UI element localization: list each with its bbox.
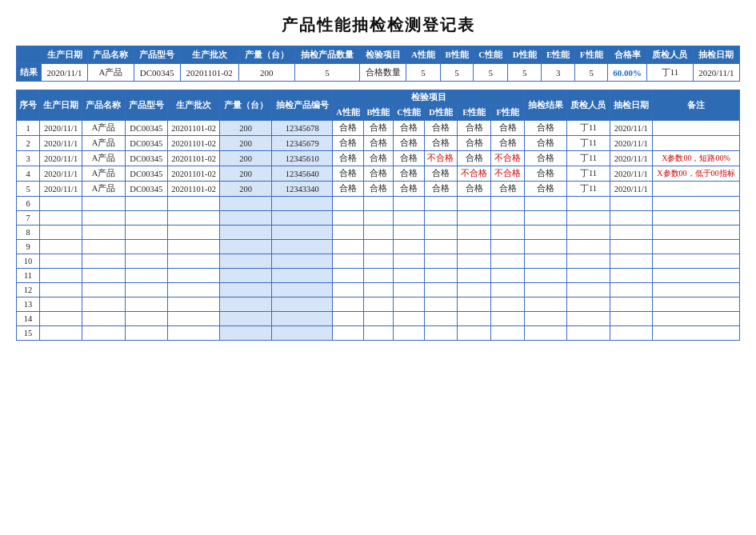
cell-A: 合格 xyxy=(333,136,363,151)
cell-seq: 8 xyxy=(17,226,40,240)
cell-inspector: 丁11 xyxy=(567,151,610,166)
cell-empty xyxy=(652,197,739,211)
cell-empty xyxy=(272,226,333,240)
cell-empty xyxy=(82,283,125,297)
cell-result: 合格 xyxy=(525,182,567,197)
main-col-E: E性能 xyxy=(458,106,491,121)
cell-empty xyxy=(220,312,272,326)
cell-D: 合格 xyxy=(424,121,458,136)
cell-E: 合格 xyxy=(458,136,491,151)
cell-empty xyxy=(82,297,125,312)
cell-E: 合格 xyxy=(458,151,491,166)
cell-result: 合格 xyxy=(525,121,567,136)
summary-label: 结果 xyxy=(17,64,42,82)
cell-empty xyxy=(363,240,394,254)
cell-B: 合格 xyxy=(363,166,394,182)
cell-empty xyxy=(220,326,272,341)
summary-col-inspector: 质检人员 xyxy=(647,46,694,64)
cell-empty xyxy=(125,240,167,254)
cell-A: 合格 xyxy=(333,151,363,166)
cell-empty xyxy=(40,197,82,211)
cell-empty xyxy=(167,240,219,254)
cell-remark xyxy=(652,121,739,136)
cell-inspector: 丁11 xyxy=(567,166,610,182)
cell-empty xyxy=(167,226,219,240)
summary-model: DC00345 xyxy=(134,64,180,82)
cell-remark: X参数00，低于00指标 xyxy=(652,166,739,182)
cell-empty xyxy=(491,297,525,312)
cell-empty xyxy=(363,269,394,283)
cell-empty xyxy=(610,312,652,326)
cell-empty xyxy=(394,326,424,341)
cell-code: 12343340 xyxy=(272,182,333,197)
cell-E: 不合格 xyxy=(458,166,491,182)
summary-B: 5 xyxy=(440,64,474,82)
cell-empty xyxy=(491,197,525,211)
cell-empty xyxy=(272,283,333,297)
cell-batch: 20201101-02 xyxy=(167,136,219,151)
summary-D: 5 xyxy=(507,64,541,82)
cell-empty xyxy=(167,269,219,283)
cell-B: 合格 xyxy=(363,151,394,166)
cell-empty xyxy=(363,197,394,211)
cell-empty xyxy=(424,326,458,341)
cell-empty xyxy=(394,297,424,312)
cell-D: 不合格 xyxy=(424,151,458,166)
cell-empty xyxy=(491,269,525,283)
cell-E: 合格 xyxy=(458,182,491,197)
cell-inspect-date: 2020/11/1 xyxy=(610,136,652,151)
summary-col-date: 生产日期 xyxy=(42,46,88,64)
summary-col-rate: 合格率 xyxy=(608,46,647,64)
cell-empty xyxy=(333,283,363,297)
summary-name: A产品 xyxy=(88,64,134,82)
cell-empty xyxy=(610,211,652,226)
main-col-inspector: 质检人员 xyxy=(567,90,610,121)
cell-batch: 20201101-02 xyxy=(167,121,219,136)
cell-empty xyxy=(82,269,125,283)
cell-empty xyxy=(491,312,525,326)
cell-empty xyxy=(220,226,272,240)
cell-empty xyxy=(567,269,610,283)
cell-empty xyxy=(525,269,567,283)
cell-empty xyxy=(40,240,82,254)
cell-empty xyxy=(567,197,610,211)
cell-empty xyxy=(394,211,424,226)
cell-empty xyxy=(652,269,739,283)
table-row: 12 xyxy=(17,283,740,297)
cell-empty xyxy=(525,197,567,211)
cell-date: 2020/11/1 xyxy=(40,182,82,197)
summary-col-inspect-date: 抽检日期 xyxy=(693,46,739,64)
cell-date: 2020/11/1 xyxy=(40,136,82,151)
cell-empty xyxy=(167,326,219,341)
main-table: 序号 生产日期 产品名称 产品型号 生产批次 产量（台） 抽检产品编号 检验项目… xyxy=(16,90,740,341)
cell-empty xyxy=(82,254,125,269)
cell-remark xyxy=(652,182,739,197)
cell-empty xyxy=(491,283,525,297)
cell-empty xyxy=(40,326,82,341)
cell-seq: 9 xyxy=(17,240,40,254)
summary-rate: 60.00% xyxy=(608,64,647,82)
cell-model: DC00345 xyxy=(125,136,167,151)
cell-empty xyxy=(220,211,272,226)
summary-inspector: 丁11 xyxy=(647,64,694,82)
summary-col-sample: 抽检产品数量 xyxy=(294,46,360,64)
table-row: 6 xyxy=(17,197,740,211)
cell-code: 12345610 xyxy=(272,151,333,166)
cell-D: 合格 xyxy=(424,136,458,151)
table-row: 10 xyxy=(17,254,740,269)
cell-empty xyxy=(272,254,333,269)
cell-empty xyxy=(424,240,458,254)
cell-empty xyxy=(491,326,525,341)
cell-empty xyxy=(458,240,491,254)
cell-empty xyxy=(167,283,219,297)
cell-empty xyxy=(167,312,219,326)
cell-D: 合格 xyxy=(424,182,458,197)
cell-empty xyxy=(525,283,567,297)
cell-empty xyxy=(567,240,610,254)
cell-empty xyxy=(125,211,167,226)
cell-name: A产品 xyxy=(82,166,125,182)
cell-empty xyxy=(491,240,525,254)
table-row: 14 xyxy=(17,312,740,326)
cell-empty xyxy=(82,226,125,240)
cell-seq: 4 xyxy=(17,166,40,182)
